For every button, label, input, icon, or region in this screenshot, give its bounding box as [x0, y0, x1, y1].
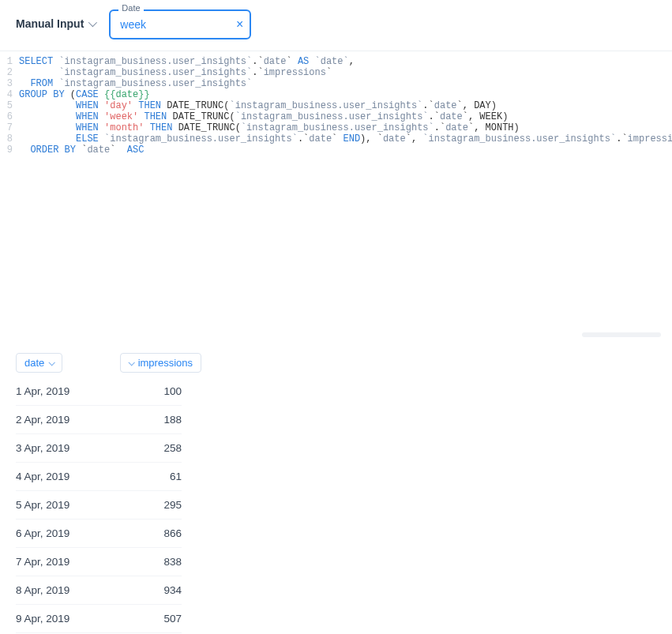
- code-line[interactable]: FROM `instagram_business.user_insights`: [19, 78, 672, 89]
- cell-impressions: 188: [150, 414, 182, 426]
- line-number: 9: [5, 144, 13, 156]
- table-row: 6 Apr, 2019866: [16, 520, 182, 548]
- results-header: date impressions: [16, 353, 656, 373]
- results-table: 1 Apr, 20191002 Apr, 20191883 Apr, 20192…: [16, 377, 182, 633]
- scrollbar-horizontal[interactable]: [582, 332, 661, 337]
- code-line[interactable]: SELECT `instagram_business.user_insights…: [19, 56, 672, 67]
- cell-date: 2 Apr, 2019: [16, 414, 69, 426]
- sql-editor[interactable]: 123456789 SELECT `instagram_business.use…: [0, 51, 672, 343]
- line-number: 7: [5, 122, 13, 133]
- cell-date: 7 Apr, 2019: [16, 556, 69, 568]
- cell-impressions: 838: [150, 556, 182, 568]
- date-param-input[interactable]: [109, 9, 251, 39]
- column-header-impressions[interactable]: impressions: [120, 353, 201, 373]
- cell-date: 1 Apr, 2019: [16, 385, 69, 397]
- table-row: 8 Apr, 2019934: [16, 576, 182, 605]
- code-line[interactable]: `instagram_business.user_insights`.`impr…: [19, 67, 672, 78]
- cell-impressions: 61: [150, 471, 182, 482]
- line-number: 4: [5, 89, 13, 100]
- chevron-down-icon: [88, 18, 97, 27]
- code-line[interactable]: GROUP BY (CASE {{date}}: [19, 89, 672, 100]
- column-header-date-label: date: [24, 357, 44, 369]
- input-mode-label: Manual Input: [16, 17, 84, 30]
- table-row: 9 Apr, 2019507: [16, 605, 182, 633]
- code-line[interactable]: WHEN 'week' THEN DATE_TRUNC(`instagram_b…: [19, 111, 672, 122]
- code-line[interactable]: ELSE `instagram_business.user_insights`.…: [19, 133, 672, 144]
- table-row: 2 Apr, 2019188: [16, 406, 182, 434]
- line-number: 3: [5, 78, 13, 89]
- cell-date: 9 Apr, 2019: [16, 613, 69, 625]
- date-param-field: Date ×: [109, 9, 251, 39]
- cell-date: 6 Apr, 2019: [16, 527, 69, 539]
- table-row: 1 Apr, 2019100: [16, 377, 182, 406]
- line-number: 1: [5, 56, 13, 67]
- table-row: 4 Apr, 201961: [16, 463, 182, 491]
- code-line[interactable]: WHEN 'day' THEN DATE_TRUNC(`instagram_bu…: [19, 100, 672, 111]
- cell-impressions: 507: [150, 613, 182, 625]
- code-line[interactable]: ORDER BY `date` ASC: [19, 144, 672, 156]
- date-param-label: Date: [118, 3, 143, 13]
- cell-date: 5 Apr, 2019: [16, 499, 69, 511]
- line-number: 5: [5, 100, 13, 111]
- chevron-down-icon: [49, 359, 55, 366]
- cell-impressions: 258: [150, 442, 182, 454]
- cell-impressions: 866: [150, 527, 182, 539]
- column-header-date[interactable]: date: [16, 353, 62, 373]
- column-header-impressions-label: impressions: [138, 357, 193, 369]
- cell-date: 4 Apr, 2019: [16, 471, 69, 482]
- line-number: 8: [5, 133, 13, 144]
- cell-impressions: 934: [150, 584, 182, 596]
- clear-input-icon[interactable]: ×: [236, 18, 243, 31]
- table-row: 7 Apr, 2019838: [16, 548, 182, 576]
- cell-impressions: 295: [150, 499, 182, 511]
- cell-date: 3 Apr, 2019: [16, 442, 69, 454]
- results-panel: date impressions 1 Apr, 20191002 Apr, 20…: [0, 343, 672, 633]
- sql-code[interactable]: SELECT `instagram_business.user_insights…: [19, 56, 672, 343]
- table-row: 3 Apr, 2019258: [16, 434, 182, 463]
- line-number: 6: [5, 111, 13, 122]
- toolbar: Manual Input Date ×: [0, 0, 672, 51]
- input-mode-dropdown[interactable]: Manual Input: [16, 17, 95, 30]
- line-number: 2: [5, 67, 13, 78]
- table-row: 5 Apr, 2019295: [16, 491, 182, 520]
- line-number-gutter: 123456789: [5, 56, 19, 343]
- chevron-down-icon: [128, 359, 134, 366]
- cell-date: 8 Apr, 2019: [16, 584, 69, 596]
- cell-impressions: 100: [150, 385, 182, 397]
- code-line[interactable]: WHEN 'month' THEN DATE_TRUNC(`instagram_…: [19, 122, 672, 133]
